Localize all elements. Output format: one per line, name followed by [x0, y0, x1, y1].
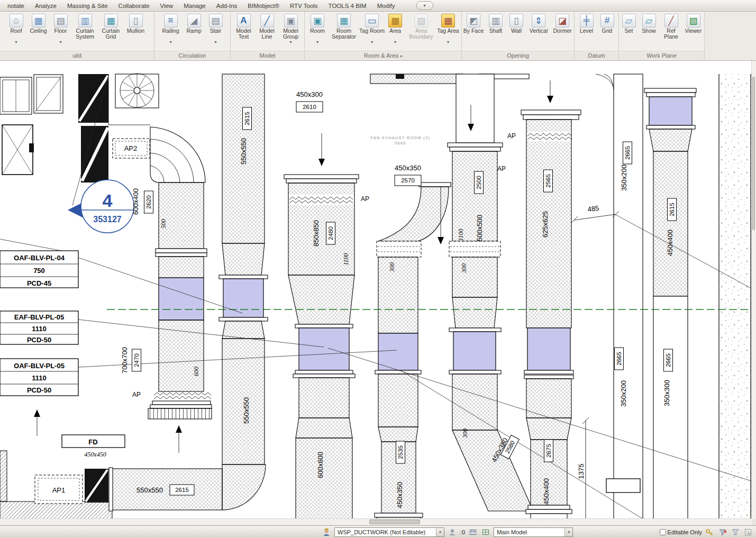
- tab-rtv-tools[interactable]: RTV Tools: [285, 1, 323, 11]
- ap1-tag[interactable]: AP1: [35, 475, 83, 504]
- size-350x300[interactable]: 350x300: [663, 380, 671, 406]
- size-550x550-c[interactable]: 550x550: [242, 397, 250, 424]
- model-line-button[interactable]: ╱ Model Line: [256, 13, 279, 40]
- ap2-label[interactable]: AP2: [124, 144, 138, 152]
- tag-2620[interactable]: 2620: [144, 191, 153, 213]
- size-550x550-bottom[interactable]: 550x550: [136, 486, 163, 494]
- duct-run-d[interactable]: [375, 183, 451, 522]
- size-450x400-h[interactable]: 450x400: [666, 230, 674, 256]
- size-600x400[interactable]: 600x400: [132, 188, 140, 215]
- callout-reference[interactable]: 353127: [93, 215, 121, 224]
- room-name[interactable]: FAN EXHAUST ROOM (2): [371, 136, 431, 140]
- dim-1375-text[interactable]: 1375: [577, 464, 585, 479]
- vertical-opening-button[interactable]: ⇕ Vertical: [526, 13, 551, 40]
- ap2-tag[interactable]: AP2: [113, 139, 150, 158]
- tag-2570[interactable]: 2570: [401, 177, 415, 184]
- size-350x200-a[interactable]: 350x200: [620, 165, 628, 191]
- tag-room-button[interactable]: ▭ Tag Room ▾: [359, 13, 385, 45]
- duct-run-a[interactable]: [148, 127, 212, 419]
- ramp-button[interactable]: ◢ Ramp: [183, 13, 205, 40]
- tab-modify[interactable]: Modify: [372, 1, 400, 11]
- tab-collaborate[interactable]: Collaborate: [113, 1, 155, 11]
- tab-add-ins[interactable]: Add-Ins: [211, 1, 243, 11]
- editable-only-checkbox-input[interactable]: [660, 529, 666, 535]
- panel-title-datum[interactable]: Datum: [575, 51, 618, 60]
- tab-annotate[interactable]: notate: [2, 1, 30, 11]
- area-button[interactable]: ▦ Area ▾: [385, 13, 406, 45]
- filter-icon[interactable]: [731, 528, 740, 536]
- equipment-tag-1[interactable]: OAF-BLV-PL-04 750 PCD-45: [0, 251, 78, 288]
- callout-number[interactable]: 4: [103, 190, 113, 211]
- mullion-button[interactable]: ▯ Mullion: [123, 13, 149, 40]
- tag-2665-a[interactable]: 2665: [623, 142, 632, 164]
- dim-600[interactable]: 600: [193, 367, 200, 376]
- panel-title-work-plane[interactable]: Work Plane: [619, 51, 704, 60]
- size-450x400-f[interactable]: 450x400: [542, 478, 550, 505]
- panel-title-opening[interactable]: Opening: [462, 51, 574, 60]
- horizontal-scrollbar-thumb[interactable]: [369, 519, 420, 524]
- tab-analyze[interactable]: Analyze: [30, 1, 62, 11]
- tag-2565[interactable]: 2565: [544, 170, 553, 192]
- worksharing-keys-icon[interactable]: [705, 528, 715, 536]
- size-700x700[interactable]: 700x700: [121, 347, 129, 373]
- viewer-button[interactable]: ▧ Viewer: [683, 13, 704, 40]
- ap-label-3[interactable]: AP: [507, 132, 516, 140]
- ref-plane-button[interactable]: ╱ Ref Plane: [660, 13, 683, 40]
- size-350x200-b[interactable]: 350x200: [620, 380, 627, 407]
- tab-manage[interactable]: Manage: [178, 1, 211, 11]
- ceiling-button[interactable]: ▦ Ceiling: [27, 13, 50, 40]
- tag1-line3[interactable]: PCD-45: [27, 279, 51, 287]
- dim-485-text[interactable]: 485: [587, 204, 599, 214]
- dim-300-b[interactable]: 300: [460, 263, 468, 273]
- duct-run-e[interactable]: [448, 74, 533, 511]
- tag2-line2[interactable]: 1110: [32, 325, 47, 333]
- tab-massing-site[interactable]: Massing & Site: [62, 1, 113, 11]
- equipment-tag-3[interactable]: OAF-BLV-PL-05 1110 PCD-50: [0, 359, 78, 396]
- tag-2615-bottom[interactable]: 2615: [175, 487, 189, 493]
- tag-2675[interactable]: 2675: [544, 440, 553, 462]
- tag-2665-c[interactable]: 2665: [664, 349, 673, 371]
- dim-1100-b[interactable]: 1100: [457, 229, 464, 241]
- area-boundary-button[interactable]: ▨ Area Boundary: [406, 13, 436, 40]
- size-550x550-b[interactable]: 550x550: [240, 138, 248, 165]
- dimension-1375[interactable]: 1375: [577, 417, 589, 525]
- dim-300-a[interactable]: 300: [388, 262, 396, 272]
- ap-label-1[interactable]: AP: [361, 195, 369, 203]
- design-option-arrow-icon[interactable]: ▾: [564, 528, 572, 536]
- design-option-dropdown[interactable]: Main Model ▾: [494, 527, 573, 537]
- curtain-grid-button[interactable]: ▦ Curtain Grid: [99, 13, 123, 40]
- size-450x350-top[interactable]: 450x350: [395, 164, 421, 172]
- panel-title-room-area[interactable]: Room & Area▾: [305, 51, 461, 60]
- drawing-canvas[interactable]: 485 1375 4 353127: [0, 61, 756, 525]
- size-450x300[interactable]: 450x300: [296, 90, 323, 98]
- tag-2500[interactable]: 2500: [475, 171, 484, 194]
- level-button[interactable]: ╪ Level: [576, 13, 597, 40]
- panel-title-circulation[interactable]: Circulation: [154, 51, 230, 60]
- tag-2615-b[interactable]: 2615: [243, 107, 252, 130]
- dim-1100-a[interactable]: 1100: [342, 253, 350, 265]
- duct-run-h[interactable]: [644, 88, 696, 525]
- panel-title-build[interactable]: uild: [0, 51, 154, 60]
- workset-dropdown[interactable]: WSP_DUCTWORK (Not Editable) ▾: [334, 527, 444, 537]
- size-850x850[interactable]: 850x850: [312, 220, 320, 247]
- size-450x450[interactable]: 450x450: [84, 451, 106, 458]
- size-600x600[interactable]: 600x600: [316, 452, 324, 478]
- ap1-label[interactable]: AP1: [52, 486, 66, 494]
- roof-button[interactable]: ⌂ Roof ▾: [6, 13, 27, 45]
- tag2-line3[interactable]: PCD-50: [27, 336, 51, 344]
- exclude-options-icon[interactable]: [481, 528, 490, 536]
- tag-2615-h[interactable]: 2615: [668, 198, 677, 221]
- dormer-button[interactable]: ◪ Dormer: [551, 13, 574, 40]
- tag-area-button[interactable]: ▦ Tag Area ▾: [436, 13, 460, 45]
- wall-opening-button[interactable]: ▯ Wall: [506, 13, 526, 40]
- tab-bimobject[interactable]: BIMobject®: [242, 1, 285, 11]
- ribbon-collapse-button[interactable]: ▾: [416, 1, 433, 10]
- tag3-line3[interactable]: PCD-50: [27, 386, 51, 394]
- room-number[interactable]: 5666: [395, 141, 406, 145]
- equipment-tag-2[interactable]: EAF-BLV-PL-05 1110 PCD-50: [0, 311, 78, 344]
- curtain-system-button[interactable]: ▥ Curtain System: [71, 13, 99, 40]
- tab-view[interactable]: View: [154, 1, 178, 11]
- tag2-line1[interactable]: EAF-BLV-PL-05: [14, 313, 64, 321]
- design-option-table-icon[interactable]: [468, 528, 478, 536]
- vertical-scrollbar[interactable]: [751, 61, 756, 519]
